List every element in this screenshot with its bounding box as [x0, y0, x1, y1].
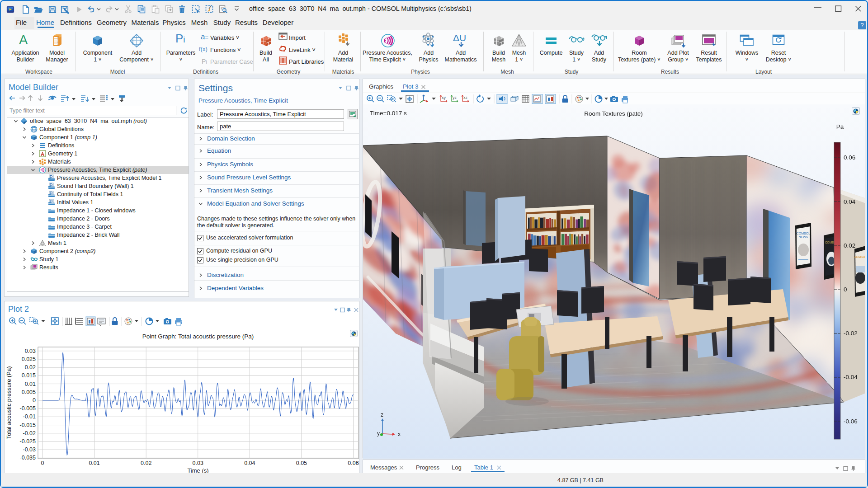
- svg-text:-0.025: -0.025: [20, 438, 36, 445]
- svg-text:0.04: 0.04: [844, 198, 856, 205]
- svg-text:-0.02: -0.02: [23, 430, 36, 436]
- svg-text:0.01: 0.01: [89, 460, 99, 466]
- svg-text:0: 0: [844, 286, 847, 293]
- svg-text:-0.06: -0.06: [844, 418, 858, 425]
- svg-text:-0.015: -0.015: [20, 422, 36, 428]
- svg-text:0.05: 0.05: [296, 460, 307, 466]
- svg-text:y: y: [377, 430, 380, 436]
- svg-text:yz: yz: [453, 95, 457, 100]
- svg-text:COMSOL: COMSOL: [797, 232, 810, 235]
- svg-text:0: 0: [33, 397, 36, 404]
- svg-text:x: x: [398, 431, 401, 437]
- svg-text:-0.04: -0.04: [844, 374, 858, 380]
- svg-text:0.02: 0.02: [25, 364, 36, 371]
- svg-text:0.03: 0.03: [193, 460, 203, 466]
- svg-text:xz: xz: [463, 95, 468, 100]
- svg-text:0.04: 0.04: [244, 460, 255, 466]
- svg-text:0.01: 0.01: [25, 381, 36, 387]
- svg-text:Total acoustic pressure (Pa): Total acoustic pressure (Pa): [5, 366, 12, 439]
- svg-text:0.02: 0.02: [844, 242, 855, 249]
- svg-text:-0.005: -0.005: [20, 405, 36, 412]
- svg-text:0: 0: [41, 460, 44, 466]
- svg-text:xy: xy: [442, 95, 446, 100]
- svg-text:COMSOL: COMSOL: [854, 255, 865, 258]
- svg-text:Room Textures (pate): Room Textures (pate): [584, 110, 643, 117]
- svg-text:z: z: [381, 412, 383, 418]
- svg-text:0.03: 0.03: [25, 348, 36, 354]
- svg-text:0.005: 0.005: [22, 389, 36, 395]
- svg-text:Pa: Pa: [836, 123, 844, 130]
- svg-text:0.02: 0.02: [141, 460, 151, 466]
- svg-text:Time=0.017 s: Time=0.017 s: [370, 110, 407, 117]
- svg-text:-0.01: -0.01: [23, 413, 36, 420]
- svg-text:0.015: 0.015: [22, 372, 36, 379]
- svg-text:-0.03: -0.03: [23, 446, 36, 453]
- svg-text:0.025: 0.025: [22, 356, 36, 362]
- svg-text:0.06: 0.06: [844, 154, 855, 161]
- svg-text:-0.02: -0.02: [844, 330, 858, 337]
- svg-text:-0.035: -0.035: [20, 455, 36, 461]
- svg-text:0.06: 0.06: [348, 460, 359, 466]
- svg-text:NEWS: NEWS: [799, 235, 808, 239]
